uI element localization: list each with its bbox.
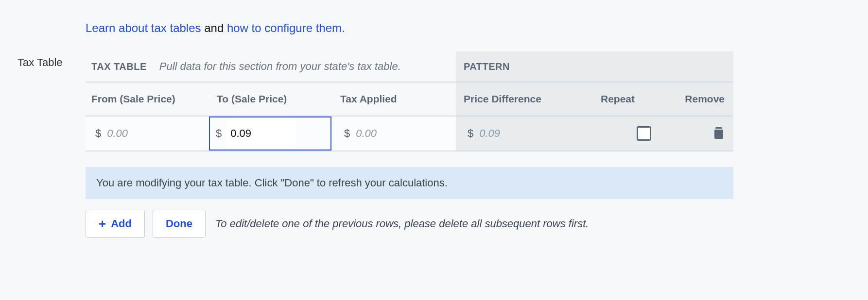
col-diff: Price Difference	[456, 93, 601, 105]
intro-links: Learn about tax tables and how to config…	[86, 21, 868, 35]
tax-cell[interactable]: $ 0.00	[332, 117, 456, 150]
info-banner: You are modifying your tax table. Click …	[86, 167, 733, 199]
col-repeat: Repeat	[601, 93, 678, 105]
section-label: Tax Table	[0, 51, 86, 69]
done-button[interactable]: Done	[153, 210, 206, 238]
trash-icon[interactable]	[713, 126, 725, 141]
to-input[interactable]	[226, 119, 296, 148]
pattern-title: PATTERN	[464, 61, 510, 72]
plus-icon: +	[99, 217, 106, 230]
from-value: 0.00	[107, 127, 128, 140]
configure-link[interactable]: how to configure them.	[227, 21, 345, 34]
tax-table-title: TAX TABLE	[91, 61, 147, 72]
edit-hint: To edit/delete one of the previous rows,…	[215, 217, 589, 230]
actions-row: + Add Done To edit/delete one of the pre…	[86, 210, 733, 238]
diff-cell[interactable]: $ 0.09	[456, 117, 601, 150]
done-label: Done	[166, 217, 192, 230]
table-header: TAX TABLE Pull data for this section fro…	[86, 51, 733, 83]
col-to: To (Sale Price)	[209, 93, 332, 105]
dollar-icon: $	[216, 127, 222, 140]
col-from: From (Sale Price)	[86, 93, 209, 105]
dollar-icon: $	[95, 127, 101, 140]
column-headers: From (Sale Price) To (Sale Price) Tax Ap…	[86, 83, 733, 117]
to-input-wrapper: $	[209, 117, 331, 150]
learn-link[interactable]: Learn about tax tables	[86, 21, 201, 34]
tax-table-desc: Pull data for this section from your sta…	[159, 60, 401, 73]
tax-value: 0.00	[356, 127, 377, 140]
repeat-checkbox[interactable]	[637, 126, 651, 141]
from-cell[interactable]: $ 0.00	[86, 117, 209, 150]
diff-value: 0.09	[479, 127, 500, 140]
col-tax: Tax Applied	[332, 93, 456, 105]
add-button[interactable]: + Add	[86, 210, 145, 238]
intro-and: and	[201, 21, 227, 34]
dollar-icon: $	[468, 127, 473, 140]
dollar-icon: $	[344, 127, 350, 140]
col-remove: Remove	[678, 93, 733, 105]
add-label: Add	[111, 217, 132, 230]
table-row: $ 0.00 $ $ 0.00 $ 0.09	[86, 117, 733, 151]
